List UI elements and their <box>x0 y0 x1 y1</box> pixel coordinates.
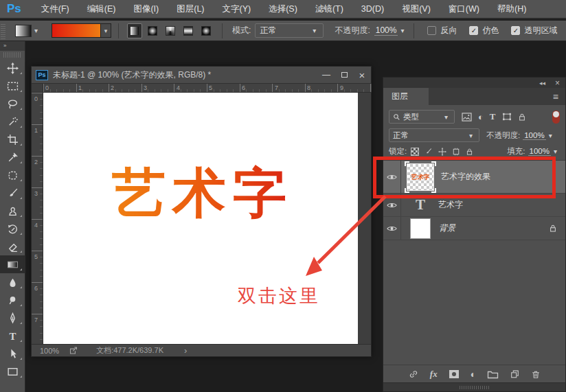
ruler-corner <box>32 84 43 93</box>
menu-select[interactable]: 选择(S) <box>260 0 306 18</box>
tools-panel: » T <box>0 41 25 392</box>
menu-image[interactable]: 图像(I) <box>124 0 168 18</box>
visibility-toggle[interactable] <box>383 194 401 216</box>
path-selection-tool[interactable] <box>0 345 25 362</box>
panel-menu-icon[interactable]: ≡ <box>553 91 565 105</box>
visibility-toggle[interactable] <box>383 217 401 240</box>
lock-all-icon[interactable] <box>466 148 473 156</box>
new-adjustment-layer-icon[interactable]: ◐ <box>471 369 476 380</box>
tools-collapse-header[interactable]: » <box>0 41 25 51</box>
gradient-editor-swatch[interactable] <box>52 23 101 38</box>
chevron-down-icon[interactable]: ▾ <box>34 27 38 34</box>
filter-on-toggle[interactable] <box>552 111 560 124</box>
link-layers-icon[interactable] <box>408 369 419 379</box>
dither-checkbox[interactable]: ✓ 仿色 <box>469 25 499 36</box>
crop-tool[interactable] <box>0 130 25 148</box>
delete-layer-icon[interactable] <box>531 369 541 379</box>
magic-wand-tool[interactable] <box>0 113 25 130</box>
lasso-tool[interactable] <box>0 95 25 113</box>
clone-stamp-tool[interactable] <box>0 202 25 220</box>
lock-artboard-icon[interactable] <box>452 148 460 156</box>
menu-help[interactable]: 帮助(H) <box>488 0 535 18</box>
share-icon[interactable] <box>69 346 78 355</box>
eyedropper-tool[interactable] <box>0 148 25 166</box>
shape-layer-filter-icon[interactable] <box>502 113 512 121</box>
lock-image-pixels-icon[interactable] <box>424 148 433 156</box>
opacity-value[interactable]: 100% <box>374 25 398 36</box>
panel-resize-grip[interactable] <box>383 382 565 391</box>
chevron-down-icon[interactable]: ▾ <box>549 132 552 139</box>
angle-gradient-button[interactable] <box>163 23 178 38</box>
canvas[interactable]: 艺术字 <box>43 93 358 344</box>
layer-blend-mode-select[interactable]: 正常 ▾ <box>389 128 479 142</box>
document-title-bar[interactable]: Ps 未标题-1 @ 100% (艺术字的效果, RGB/8) * — × <box>32 67 371 84</box>
layer-list-empty-area <box>383 240 565 365</box>
layers-tab[interactable]: 图层 <box>383 88 429 105</box>
zoom-level-field[interactable]: 100% <box>40 347 59 355</box>
layer-name[interactable]: 艺术字的效果 <box>441 171 490 183</box>
chevron-down-icon[interactable]: ▾ <box>554 148 557 155</box>
blend-mode-select[interactable]: 正常 ▾ <box>255 23 324 38</box>
gradient-tool[interactable] <box>0 255 25 273</box>
fill-value[interactable]: 100% <box>528 147 551 156</box>
layer-style-fx-icon[interactable]: fx <box>430 369 438 380</box>
menu-edit[interactable]: 编辑(E) <box>78 0 125 18</box>
reflected-gradient-button[interactable] <box>181 23 196 38</box>
blur-tool[interactable] <box>0 273 25 291</box>
eraser-tool[interactable] <box>0 238 25 255</box>
layer-name[interactable]: 艺术字 <box>438 199 463 211</box>
menu-3d[interactable]: 3D(D) <box>352 0 393 18</box>
layer-thumbnail[interactable]: 艺术字 <box>407 163 434 191</box>
tools-grip[interactable] <box>3 52 21 58</box>
chevron-down-icon[interactable]: ▾ <box>400 27 404 34</box>
opacity-value[interactable]: 100% <box>523 131 545 140</box>
menu-filter[interactable]: 滤镜(T) <box>306 0 352 18</box>
type-layer-thumbnail[interactable]: T <box>409 196 431 214</box>
menu-layer[interactable]: 图层(L) <box>168 0 213 18</box>
adjustment-layer-filter-icon[interactable]: ◐ <box>478 112 484 122</box>
pixel-layer-filter-icon[interactable] <box>462 113 472 122</box>
radial-gradient-button[interactable] <box>145 23 160 38</box>
type-layer-filter-icon[interactable]: T <box>490 111 496 122</box>
brush-tool[interactable] <box>0 184 25 202</box>
rectangular-marquee-tool[interactable] <box>0 77 25 95</box>
healing-brush-tool[interactable] <box>0 166 25 184</box>
visibility-toggle[interactable] <box>383 161 401 193</box>
rectangle-tool[interactable] <box>0 362 25 380</box>
history-brush-tool[interactable] <box>0 220 25 238</box>
maximize-button[interactable] <box>335 70 353 80</box>
type-tool[interactable]: T <box>0 327 25 345</box>
status-chevron-icon[interactable]: › <box>184 345 187 356</box>
layer-row-effect[interactable]: 艺术字 艺术字的效果 <box>383 161 565 194</box>
new-group-icon[interactable] <box>487 369 499 379</box>
close-button[interactable]: × <box>353 69 371 81</box>
new-layer-icon[interactable] <box>510 369 520 379</box>
close-panel-icon[interactable]: × <box>555 78 560 88</box>
transparency-checkbox[interactable]: ✓ 透明区域 <box>511 25 557 36</box>
eye-icon <box>387 174 397 181</box>
tool-preset-picker[interactable] <box>15 25 32 37</box>
linear-gradient-button[interactable] <box>127 23 142 38</box>
filter-type-select[interactable]: 类型 ▾ <box>389 110 455 124</box>
menu-file[interactable]: 文件(F) <box>32 0 78 18</box>
smart-object-filter-icon[interactable] <box>518 113 526 122</box>
move-tool[interactable] <box>0 59 25 77</box>
menu-window[interactable]: 窗口(W) <box>440 0 488 18</box>
ruler-number: 1 <box>78 84 82 91</box>
pen-tool[interactable] <box>0 309 25 327</box>
menu-view[interactable]: 视图(V) <box>393 0 440 18</box>
collapse-panel-icon[interactable]: ◂◂ <box>539 80 545 87</box>
menu-type[interactable]: 文字(Y) <box>214 0 260 18</box>
layer-name[interactable]: 背景 <box>439 222 455 234</box>
dodge-tool[interactable] <box>0 291 25 309</box>
background-layer-thumbnail[interactable] <box>410 218 431 239</box>
layer-row-background[interactable]: 背景 <box>383 217 565 240</box>
minimize-button[interactable]: — <box>317 70 335 80</box>
gradient-picker-button[interactable]: ▾ <box>101 23 111 38</box>
diamond-gradient-button[interactable] <box>199 23 214 38</box>
add-layer-mask-icon[interactable] <box>449 369 460 379</box>
reverse-checkbox[interactable]: 反向 <box>427 25 457 36</box>
lock-position-icon[interactable] <box>438 148 446 156</box>
layer-row-type[interactable]: T 艺术字 <box>383 194 565 217</box>
lock-transparent-pixels-icon[interactable] <box>411 148 419 156</box>
